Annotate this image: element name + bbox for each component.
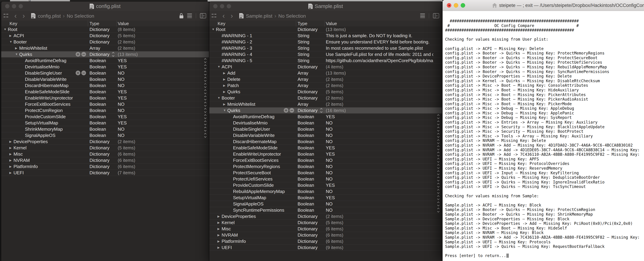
row-type[interactable]: Boolean [298, 145, 314, 150]
plist-row-providecustomslide[interactable]: ProvideCustomSlideBooleanYES [209, 182, 442, 188]
row-type[interactable]: Boolean [298, 133, 314, 138]
row-type[interactable]: Boolean [90, 126, 106, 132]
forward-icon[interactable]: › [230, 13, 233, 18]
plist-row-devirtualisemmio[interactable]: DevirtualiseMmioBooleanYES [1, 64, 209, 70]
row-type[interactable]: Boolean [298, 152, 314, 157]
row-type[interactable]: Array [298, 70, 308, 76]
row-value[interactable]: (6 items) [118, 151, 200, 157]
row-type[interactable]: Dictionary [298, 89, 318, 94]
breadcrumb[interactable]: config.plist›No Selection [38, 13, 94, 19]
row-value[interactable]: (16 items) [326, 108, 433, 113]
plist-row-enablesafemodeslide[interactable]: EnableSafeModeSlideBooleanYES [209, 145, 442, 151]
plist-row-booter[interactable]: ▼BooterDictionary(2 items) [1, 39, 209, 45]
row-type[interactable]: Array [298, 102, 308, 107]
value-stepper-icon[interactable] [438, 189, 439, 194]
plist-row-nvram[interactable]: ▶NVRAMDictionary(6 items) [1, 157, 209, 164]
column-header-type[interactable]: Type [298, 21, 307, 26]
row-type[interactable]: Dictionary [298, 214, 318, 219]
breadcrumb-selection[interactable]: No Selection [67, 13, 94, 19]
value-stepper-icon[interactable] [204, 84, 206, 88]
plist-row-discardhibernatemap[interactable]: DiscardHibernateMapBooleanNO [209, 139, 442, 145]
plist-row-platforminfo[interactable]: ▶PlatformInfoDictionary(6 items) [1, 164, 209, 170]
row-value[interactable]: NO [118, 76, 200, 82]
row-type[interactable]: Array [298, 83, 308, 88]
row-type[interactable]: Dictionary [90, 27, 110, 32]
row-value[interactable]: (6 items) [118, 164, 200, 170]
row-type[interactable]: Boolean [298, 114, 314, 120]
value-stepper-icon[interactable] [204, 127, 206, 131]
value-stepper-icon[interactable] [112, 52, 114, 56]
plist-row-enablewriteunprotector[interactable]: EnableWriteUnprotectorBooleanYES [1, 95, 209, 101]
row-type[interactable]: Boolean [90, 133, 106, 138]
breadcrumb[interactable]: Sample.plist›No Selection [246, 13, 306, 19]
row-type[interactable]: Boolean [90, 95, 106, 101]
breadcrumb-file[interactable]: Sample.plist [246, 13, 272, 19]
row-value[interactable]: NO [326, 120, 433, 126]
row-type[interactable]: Boolean [298, 176, 314, 182]
disclosure-closed-icon[interactable]: ▶ [9, 165, 14, 168]
column-header-value[interactable]: Value [326, 21, 337, 26]
row-type[interactable]: Boolean [298, 120, 314, 126]
plist-row-shrinkmemorymap[interactable]: ShrinkMemoryMapBooleanNO [1, 126, 209, 132]
row-value[interactable]: YES [326, 151, 433, 157]
row-value[interactable]: YES [326, 195, 433, 200]
disclosure-closed-icon[interactable]: ▶ [223, 78, 227, 81]
back-icon[interactable]: ‹ [222, 13, 225, 18]
row-value[interactable]: (2 items) [326, 76, 433, 82]
row-value[interactable]: NO [326, 207, 433, 213]
row-value[interactable]: In most cases recommended to use Sample.… [326, 45, 433, 51]
value-stepper-icon[interactable] [204, 65, 206, 69]
disclosure-open-icon[interactable]: ▼ [223, 109, 227, 112]
plist-row-providecustomslide[interactable]: ProvideCustomSlideBooleanYES [1, 114, 209, 120]
value-stepper-icon[interactable] [438, 158, 439, 162]
plist-row--warning-1[interactable]: #WARNING - 1StringThis is just a sample.… [209, 33, 442, 39]
plist-row-patch[interactable]: ▶PatchArray(2 items) [209, 82, 442, 89]
disclosure-open-icon[interactable]: ▼ [212, 28, 216, 31]
value-stepper-icon[interactable] [204, 114, 206, 119]
value-stepper-icon[interactable] [204, 108, 206, 112]
plist-row-syncruntimepermissions[interactable]: SyncRuntimePermissionsBooleanNO [209, 207, 442, 214]
plist-row-disablesingleuser[interactable]: DisableSingleUserBooleanNO [209, 126, 442, 132]
disclosure-closed-icon[interactable]: ▶ [9, 146, 14, 150]
row-value[interactable]: NO [118, 108, 200, 113]
row-value[interactable]: NO [326, 176, 433, 182]
row-value[interactable]: Ensure you understand EVERY field before… [326, 39, 433, 45]
plist-row-nvram[interactable]: ▶NVRAMDictionary(6 items) [209, 232, 442, 238]
plist-row--warning-3[interactable]: #WARNING - 3StringIn most cases recommen… [209, 45, 442, 52]
value-stepper-icon[interactable] [438, 202, 439, 206]
row-type[interactable]: String [298, 52, 309, 57]
row-type[interactable]: String [298, 46, 309, 51]
row-type[interactable]: Boolean [90, 114, 106, 120]
row-type[interactable]: Dictionary [298, 245, 318, 250]
row-type[interactable]: Dictionary [298, 95, 318, 101]
row-type[interactable]: Boolean [298, 195, 314, 200]
disclosure-closed-icon[interactable]: ▶ [218, 227, 222, 231]
plist-row-quirks[interactable]: ▼Quirks+−Dictionary(16 items) [209, 108, 442, 114]
plist-row-protectmemoryregions[interactable]: ProtectMemoryRegionsBooleanNO [209, 164, 442, 170]
plist-row-uefi[interactable]: ▶UEFIDictionary(9 items) [209, 244, 442, 251]
plist-row-booter[interactable]: ▼BooterDictionary(2 items) [209, 95, 442, 101]
disclosure-closed-icon[interactable]: ▶ [223, 84, 227, 88]
value-stepper-icon[interactable] [204, 102, 206, 106]
disclosure-open-icon[interactable]: ▼ [218, 65, 222, 68]
disclosure-closed-icon[interactable]: ▶ [9, 171, 14, 175]
row-value[interactable]: NO [118, 132, 200, 138]
row-value[interactable]: (5 items) [326, 89, 433, 95]
plist-row-protectuefiservices[interactable]: ProtectUefiServicesBooleanNO [209, 176, 442, 182]
value-stepper-icon[interactable] [438, 183, 439, 187]
disclosure-closed-icon[interactable]: ▶ [218, 233, 222, 237]
value-stepper-icon[interactable] [438, 164, 439, 168]
lock-icon[interactable] [180, 13, 183, 18]
value-stepper-icon[interactable] [204, 77, 206, 81]
row-type[interactable]: Boolean [90, 70, 106, 76]
row-type[interactable]: Dictionary [90, 139, 110, 144]
row-type[interactable]: String [298, 33, 309, 38]
add-editor-icon[interactable]: + [433, 13, 439, 18]
disclosure-open-icon[interactable]: ▼ [4, 28, 8, 31]
value-stepper-icon[interactable] [204, 96, 206, 100]
row-value[interactable]: (2 items) [326, 82, 433, 88]
row-value[interactable]: YES [118, 114, 200, 120]
row-value[interactable]: (2 items) [326, 214, 433, 219]
row-value[interactable]: (2 items) [118, 39, 200, 45]
zoom-button[interactable] [461, 3, 465, 8]
